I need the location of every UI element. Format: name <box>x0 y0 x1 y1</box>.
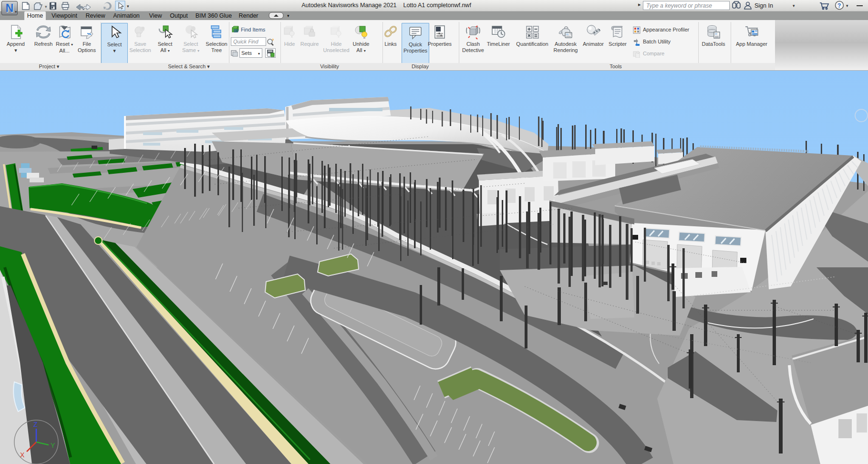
svg-text:▾: ▾ <box>846 3 848 8</box>
svg-text:?: ? <box>837 2 841 9</box>
svg-text:Z: Z <box>33 421 38 428</box>
svg-text:▾: ▾ <box>127 4 129 9</box>
svg-text:X: X <box>20 451 25 459</box>
svg-text:▾: ▾ <box>45 4 47 9</box>
svg-text:Sign In: Sign In <box>754 2 773 9</box>
svg-text:▾: ▾ <box>287 13 289 18</box>
svg-text:Y: Y <box>51 442 55 449</box>
svg-text:▾: ▾ <box>793 3 795 8</box>
